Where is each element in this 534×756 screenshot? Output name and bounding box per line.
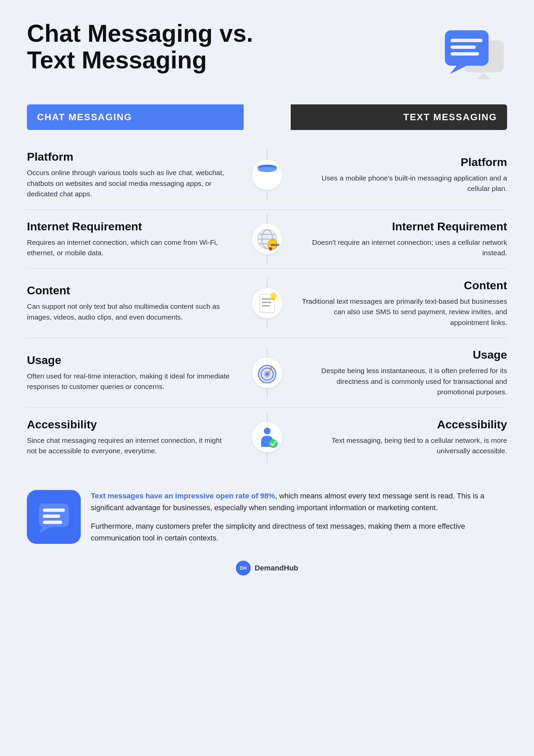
platform-left-text: Occurs online through various tools such…: [27, 167, 234, 199]
text-messaging-header: TEXT MESSAGING: [291, 104, 507, 130]
svg-rect-41: [43, 515, 60, 518]
internet-left-title: Internet Requirement: [27, 220, 234, 233]
svg-marker-39: [39, 527, 50, 534]
svg-rect-6: [451, 52, 479, 56]
usage-left-title: Usage: [27, 354, 234, 367]
svg-rect-5: [451, 45, 476, 49]
content-icon-cell: [244, 288, 291, 318]
usage-right: Usage Despite being less instantaneous, …: [291, 348, 507, 397]
row-usage: Usage Often used for real-time interacti…: [27, 338, 507, 408]
content-left-title: Content: [27, 284, 234, 297]
header-chat-icon: [440, 20, 507, 88]
bottom-section: Text messages have an impressive open ra…: [27, 480, 507, 544]
accessibility-icon-cell: [244, 422, 291, 452]
svg-point-37: [269, 439, 278, 448]
usage-right-title: Usage: [301, 348, 507, 361]
header: Chat Messaging vs. Text Messaging: [27, 20, 507, 88]
brand-name: DemandHub: [255, 564, 298, 572]
internet-left: Internet Requirement Requires an interne…: [27, 220, 244, 258]
svg-rect-23: [262, 298, 273, 300]
platform-left-title: Platform: [27, 150, 234, 163]
usage-left-text: Often used for real-time interaction, ma…: [27, 371, 234, 392]
svg-point-36: [264, 428, 271, 434]
accessibility-left-text: Since chat messaging requires an interne…: [27, 435, 234, 456]
accessibility-right: Accessibility Text messaging, being tied…: [291, 418, 507, 456]
svg-text:www.: www.: [270, 242, 279, 247]
content-right-title: Content: [301, 279, 507, 292]
internet-icon: www.: [252, 224, 282, 254]
row-content: Content Can support not only text but al…: [27, 269, 507, 338]
row-accessibility: Accessibility Since chat messaging requi…: [27, 408, 507, 466]
highlight-text: Text messages have an impressive open ra…: [91, 492, 277, 500]
content-left: Content Can support not only text but al…: [27, 284, 244, 322]
content-right: Content Traditional text messages are pr…: [291, 279, 507, 328]
internet-right-text: Doesn't require an internet connection; …: [301, 237, 507, 258]
content-left-text: Can support not only text but also multi…: [27, 301, 234, 322]
accessibility-left-title: Accessibility: [27, 418, 234, 431]
accessibility-left: Accessibility Since chat messaging requi…: [27, 418, 244, 456]
page-title: Chat Messaging vs. Text Messaging: [27, 20, 289, 73]
content-icon: [252, 288, 282, 318]
bottom-paragraph-2: Furthermore, many customers prefer the s…: [91, 520, 507, 544]
svg-rect-27: [272, 298, 275, 300]
internet-icon-cell: www.: [244, 224, 291, 254]
content-right-text: Traditional text messages are primarily …: [301, 296, 507, 328]
usage-left: Usage Often used for real-time interacti…: [27, 354, 244, 392]
row-internet: Internet Requirement Requires an interne…: [27, 210, 507, 269]
platform-right-text: Uses a mobile phone's built-in messaging…: [301, 173, 507, 194]
accessibility-right-title: Accessibility: [301, 418, 507, 431]
bottom-chat-icon: [27, 490, 81, 544]
internet-right: Internet Requirement Doesn't require an …: [291, 220, 507, 258]
usage-icon: [252, 358, 282, 388]
demandhub-logo: DH: [236, 561, 251, 576]
column-headers: CHAT MESSAGING TEXT MESSAGING: [27, 104, 507, 130]
platform-right-title: Platform: [301, 156, 507, 169]
svg-point-10: [258, 167, 277, 172]
chat-messaging-header: CHAT MESSAGING: [27, 104, 244, 130]
svg-marker-1: [477, 72, 490, 79]
usage-right-text: Despite being less instantaneous, it is …: [301, 365, 507, 397]
bottom-paragraph-1: Text messages have an impressive open ra…: [91, 490, 507, 514]
comparison-rows: Platform Occurs online through various t…: [27, 140, 507, 466]
bottom-text-block: Text messages have an impressive open ra…: [91, 490, 507, 544]
svg-rect-24: [262, 302, 271, 303]
internet-left-text: Requires an internet connection, which c…: [27, 237, 234, 258]
svg-rect-25: [262, 305, 270, 306]
platform-icon: [252, 160, 282, 190]
accessibility-icon: [252, 422, 282, 452]
svg-marker-3: [450, 66, 467, 74]
platform-right: Platform Uses a mobile phone's built-in …: [291, 156, 507, 194]
svg-point-21: [269, 247, 272, 251]
header-mid-spacer: [244, 104, 291, 130]
footer: DH DemandHub: [27, 561, 507, 576]
accessibility-right-text: Text messaging, being tied to a cellular…: [301, 435, 507, 456]
platform-left: Platform Occurs online through various t…: [27, 150, 244, 199]
row-platform: Platform Occurs online through various t…: [27, 140, 507, 210]
platform-icon-cell: [244, 160, 291, 190]
svg-rect-40: [43, 508, 65, 512]
svg-rect-4: [451, 39, 483, 42]
svg-rect-42: [43, 521, 62, 524]
internet-right-title: Internet Requirement: [301, 220, 507, 233]
usage-icon-cell: [244, 358, 291, 388]
